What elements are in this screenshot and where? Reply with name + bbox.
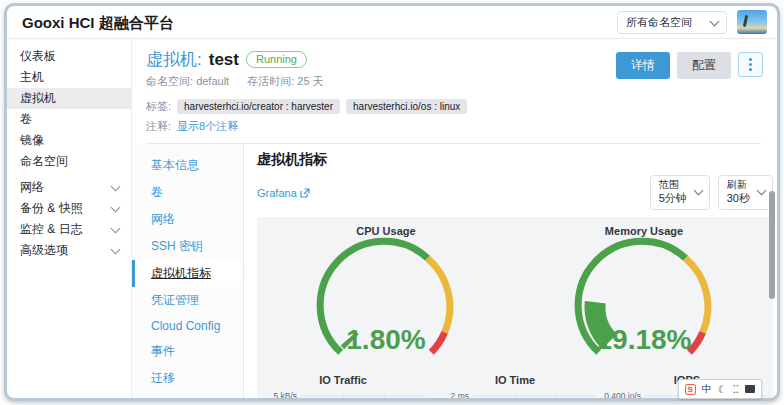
ime-lang-indicator[interactable]: 中 — [702, 382, 712, 396]
tab-volumes[interactable]: 卷 — [132, 179, 243, 206]
external-link-icon — [300, 188, 310, 198]
tab-networks[interactable]: 网络 — [132, 206, 243, 233]
sidebar-item-virtual-machines[interactable]: 虚拟机 — [7, 88, 131, 109]
sidebar-item-dashboard[interactable]: 仪表板 — [7, 46, 131, 67]
refresh-value: 30秒 — [727, 192, 750, 206]
sidebar-item-backup-snapshot[interactable]: 备份 & 快照 — [7, 198, 131, 219]
cpu-usage-gauge: CPU Usage 1.80% — [257, 225, 515, 372]
chevron-down-icon — [710, 16, 720, 26]
label-tag: harvesterhci.io/creator : harvester — [177, 99, 340, 114]
tab-migration[interactable]: 迁移 — [132, 365, 243, 392]
svg-text:0.400 io/s: 0.400 io/s — [604, 391, 641, 398]
namespace-meta: 命名空间: default — [146, 74, 229, 89]
io-time-chart-svg: 2 ms1.50 ms1 ms — [429, 386, 601, 398]
annotations-label: 注释: — [146, 119, 171, 134]
sidebar-item-images[interactable]: 镜像 — [7, 130, 131, 151]
ime-moon-icon[interactable]: ☾ — [718, 384, 727, 395]
svg-text:1.80%: 1.80% — [346, 324, 425, 355]
status-badge: Running — [246, 51, 307, 68]
config-button[interactable]: 配置 — [677, 52, 731, 79]
metrics-panel: CPU Usage 1.80% Memory Usage 19.18% IO T… — [257, 217, 773, 398]
chevron-down-icon — [111, 244, 121, 254]
show-annotations-link[interactable]: 显示8个注释 — [177, 119, 238, 134]
user-avatar[interactable] — [737, 10, 767, 34]
chevron-down-icon — [111, 202, 121, 212]
svg-text:5 kB/s: 5 kB/s — [273, 391, 297, 398]
namespace-filter-select[interactable]: 所有命名空间 — [617, 11, 727, 34]
refresh-label: 刷新 — [727, 179, 750, 192]
resource-kind-link[interactable]: 虚拟机: — [146, 48, 202, 71]
resource-name: test — [209, 50, 239, 70]
io-traffic-chart: IO Traffic 5 kB/s4 kB/s3 kB/s — [257, 374, 429, 398]
range-select[interactable]: 范围 5分钟 — [650, 175, 710, 210]
sidebar-item-hosts[interactable]: 主机 — [7, 67, 131, 88]
avatar-image — [743, 15, 748, 27]
memory-usage-gauge-svg: 19.18% — [529, 237, 759, 372]
tab-cloud-config[interactable]: Cloud Config — [132, 314, 243, 338]
sidebar-item-monitoring-logs[interactable]: 监控 & 日志 — [7, 219, 131, 240]
metrics-content: 虚拟机指标 Grafana 范围 — [244, 144, 777, 398]
io-traffic-chart-svg: 5 kB/s4 kB/s3 kB/s — [257, 386, 429, 398]
label-tag: harvesterhci.io/os : linux — [346, 99, 467, 114]
scrollbar-thumb[interactable] — [769, 191, 775, 299]
age-meta: 存活时间: 25 天 — [247, 74, 323, 89]
app-header: Gooxi HCI 超融合平台 所有命名空间 — [7, 6, 777, 39]
sidebar: 仪表板 主机 虚拟机 卷 镜像 命名空间 网络 备份 & 快照 监控 & 日志 … — [7, 39, 132, 398]
refresh-select[interactable]: 刷新 30秒 — [718, 175, 773, 210]
details-button[interactable]: 详情 — [616, 52, 670, 79]
chevron-down-icon — [111, 223, 121, 233]
chevron-down-icon — [693, 186, 703, 196]
ime-toolbar[interactable]: S 中 ☾ ⁚⁚ — [678, 379, 762, 399]
resource-actions: 详情 配置 — [616, 52, 763, 79]
labels-label: 标签: — [146, 99, 171, 114]
sidebar-item-advanced[interactable]: 高级选项 — [7, 240, 131, 261]
app-window: Gooxi HCI 超融合平台 所有命名空间 仪表板 主机 虚拟机 卷 镜像 命… — [4, 3, 780, 401]
chevron-down-icon — [111, 181, 121, 191]
grafana-link[interactable]: Grafana — [257, 187, 310, 199]
sidebar-item-volumes[interactable]: 卷 — [7, 109, 131, 130]
svg-text:19.18%: 19.18% — [597, 324, 692, 355]
chevron-down-icon — [757, 186, 767, 196]
detail-tabs: 基本信息 卷 网络 SSH 密钥 虚拟机指标 凭证管理 Cloud Config… — [132, 144, 244, 398]
tab-events[interactable]: 事件 — [132, 338, 243, 365]
tab-ssh-keys[interactable]: SSH 密钥 — [132, 233, 243, 260]
tab-basic-info[interactable]: 基本信息 — [132, 152, 243, 179]
io-time-chart: IO Time 2 ms1.50 ms1 ms — [429, 374, 601, 398]
more-actions-button[interactable] — [738, 52, 763, 77]
tab-vm-metrics[interactable]: 虚拟机指标 — [132, 260, 243, 287]
sidebar-item-namespaces[interactable]: 命名空间 — [7, 151, 131, 172]
svg-text:2 ms: 2 ms — [451, 391, 469, 398]
metrics-title: 虚拟机指标 — [257, 151, 773, 169]
namespace-filter-value: 所有命名空间 — [626, 15, 692, 30]
ime-sogou-icon[interactable]: S — [685, 384, 696, 395]
range-label: 范围 — [659, 179, 687, 192]
ime-keyboard-icon[interactable] — [745, 385, 755, 393]
cpu-usage-gauge-svg: 1.80% — [271, 237, 501, 372]
tab-credentials[interactable]: 凭证管理 — [132, 287, 243, 314]
memory-usage-gauge: Memory Usage 19.18% — [515, 225, 773, 372]
range-value: 5分钟 — [659, 192, 687, 206]
sidebar-item-networks[interactable]: 网络 — [7, 177, 131, 198]
main-content: 详情 配置 虚拟机: test Running 命名空间: default 存活… — [132, 39, 777, 398]
app-title: Gooxi HCI 超融合平台 — [22, 14, 174, 33]
ime-more-icon[interactable]: ⁚⁚ — [733, 384, 739, 395]
